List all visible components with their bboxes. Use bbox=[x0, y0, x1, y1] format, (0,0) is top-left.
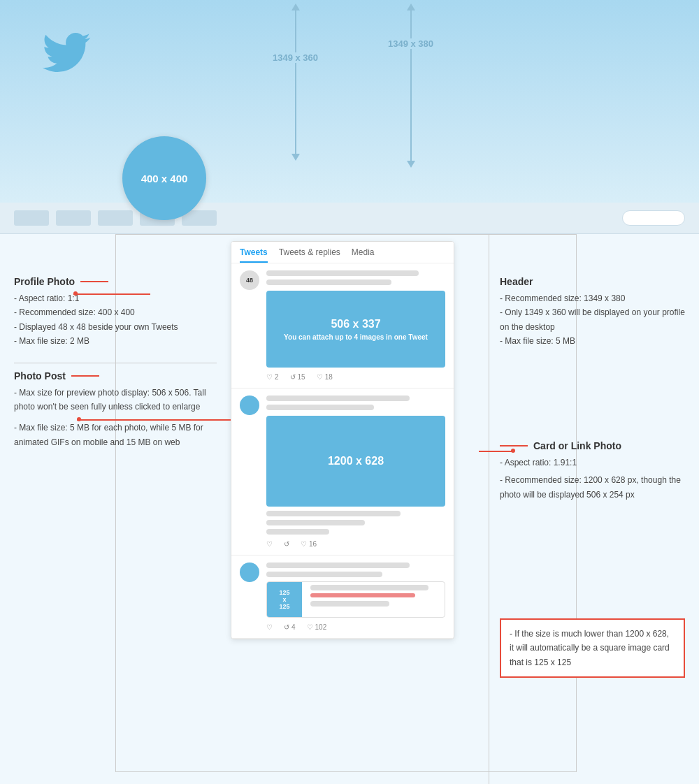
small-card-image: 125x125 bbox=[267, 582, 302, 617]
tweet-1-actions: ♡2 ↺15 ♡18 bbox=[266, 373, 445, 381]
tweet-item-3: 125x125 ♡ ↺4 ♡102 bbox=[231, 556, 454, 639]
card-link-photo-title: Card or Link Photo bbox=[500, 440, 685, 451]
avatar-48: 48 bbox=[240, 270, 259, 290]
browser-mock-bar bbox=[0, 203, 699, 234]
connector-photo-post bbox=[77, 419, 231, 421]
title-line-decoration bbox=[500, 445, 528, 447]
header-annotation-title: Header bbox=[500, 276, 685, 287]
small-card-text bbox=[308, 582, 445, 617]
tweet-3-actions: ♡ ↺4 ♡102 bbox=[266, 623, 445, 631]
text-bar-highlight bbox=[310, 593, 415, 597]
tab-tweets-replies[interactable]: Tweets & replies bbox=[279, 247, 340, 263]
twitter-bird-logo bbox=[21, 14, 112, 91]
text-bar bbox=[266, 562, 410, 568]
content-wrapper: Profile Photo - Aspect ratio: 1:1 - Reco… bbox=[0, 234, 699, 784]
reply-action: ♡ bbox=[266, 623, 273, 631]
browser-search-bar bbox=[622, 210, 685, 226]
right-annotations-header: Header - Recommended size: 1349 x 380 - … bbox=[500, 276, 685, 363]
square-image-note-box: - If the size is much lower than 1200 x … bbox=[500, 618, 685, 678]
section-divider bbox=[14, 363, 217, 363]
text-bar bbox=[266, 405, 374, 410]
twitter-phone-mockup: Tweets Tweets & replies Media 48 506 x 3… bbox=[231, 241, 454, 639]
tweet-3-content: 125x125 ♡ ↺4 ♡102 bbox=[266, 562, 445, 631]
tweet-photo-post-image: 506 x 337 You can attach up to 4 images … bbox=[266, 291, 445, 368]
text-bar bbox=[266, 572, 382, 577]
tweet-2-content: 1200 x 628 ♡ ↺ ♡16 bbox=[266, 395, 445, 548]
tweet-2-text-bars bbox=[266, 511, 445, 535]
card-link-annotation: Card or Link Photo - Aspect ratio: 1.91:… bbox=[500, 440, 685, 502]
photo-post-title: Photo Post bbox=[14, 370, 217, 382]
tab-media[interactable]: Media bbox=[352, 247, 375, 263]
tweet-item-2: 1200 x 628 ♡ ↺ ♡16 bbox=[231, 389, 454, 556]
photo-post-body: - Max size for preview photo display: 50… bbox=[14, 386, 217, 450]
left-annotations: Profile Photo - Aspect ratio: 1:1 - Reco… bbox=[14, 276, 217, 463]
header-annotation-body: - Recommended size: 1349 x 380 - Only 13… bbox=[500, 291, 685, 349]
tab-tweets[interactable]: Tweets bbox=[240, 247, 268, 263]
text-bar bbox=[266, 270, 419, 276]
text-bar bbox=[310, 601, 389, 607]
like-action: ♡18 bbox=[317, 373, 333, 381]
dimension-arrow-360: 1349 x 360 bbox=[273, 3, 318, 161]
tweet-2-actions: ♡ ↺ ♡16 bbox=[266, 540, 445, 548]
profile-photo-circle: 400 x 400 bbox=[122, 136, 206, 220]
avatar-circle bbox=[240, 562, 259, 582]
text-bar bbox=[266, 395, 410, 401]
like-action: ♡16 bbox=[301, 540, 317, 548]
retweet-action: ↺15 bbox=[290, 373, 305, 381]
profile-photo-annotation: Profile Photo - Aspect ratio: 1:1 - Reco… bbox=[14, 276, 217, 349]
browser-tab bbox=[56, 210, 91, 226]
phone-tabs: Tweets Tweets & replies Media bbox=[231, 242, 454, 263]
tweet-card-link-image: 1200 x 628 bbox=[266, 416, 445, 507]
text-bar bbox=[266, 520, 365, 525]
dimension-arrow-380: 1349 x 380 bbox=[388, 3, 433, 168]
text-bar bbox=[266, 280, 391, 285]
retweet-action: ↺ bbox=[284, 540, 289, 548]
like-action: ♡102 bbox=[307, 623, 327, 631]
connector-card-link bbox=[479, 451, 514, 452]
text-bar bbox=[266, 511, 401, 516]
tweet-item-1: 48 506 x 337 You can attach up to 4 imag… bbox=[231, 263, 454, 389]
dot-profile bbox=[73, 291, 78, 296]
dot-photo-post bbox=[77, 417, 81, 421]
reply-action: ♡2 bbox=[266, 373, 279, 381]
connector-profile-photo bbox=[73, 293, 150, 295]
vertical-separator bbox=[489, 234, 489, 784]
avatar-circle bbox=[240, 395, 259, 415]
dot-card-link bbox=[511, 449, 515, 453]
reply-action: ♡ bbox=[266, 540, 273, 548]
title-line-decoration bbox=[71, 375, 99, 377]
browser-tab bbox=[98, 210, 133, 226]
text-bar bbox=[266, 529, 329, 535]
top-banner: 1349 x 360 1349 x 380 400 x 400 bbox=[0, 0, 699, 203]
main-content: Profile Photo - Aspect ratio: 1:1 - Reco… bbox=[0, 234, 699, 784]
small-card: 125x125 bbox=[266, 581, 445, 618]
card-link-body: - Aspect ratio: 1.91:1 - Recommended siz… bbox=[500, 456, 685, 502]
tweet-1-content: 506 x 337 You can attach up to 4 images … bbox=[266, 270, 445, 381]
profile-photo-body: - Aspect ratio: 1:1 - Recommended size: … bbox=[14, 291, 217, 349]
title-line-decoration bbox=[80, 281, 108, 282]
retweet-action: ↺4 bbox=[284, 623, 296, 631]
browser-tab bbox=[14, 210, 49, 226]
photo-post-annotation: Photo Post - Max size for preview photo … bbox=[14, 370, 217, 450]
profile-photo-title: Profile Photo bbox=[14, 276, 217, 287]
text-bar bbox=[310, 585, 428, 590]
